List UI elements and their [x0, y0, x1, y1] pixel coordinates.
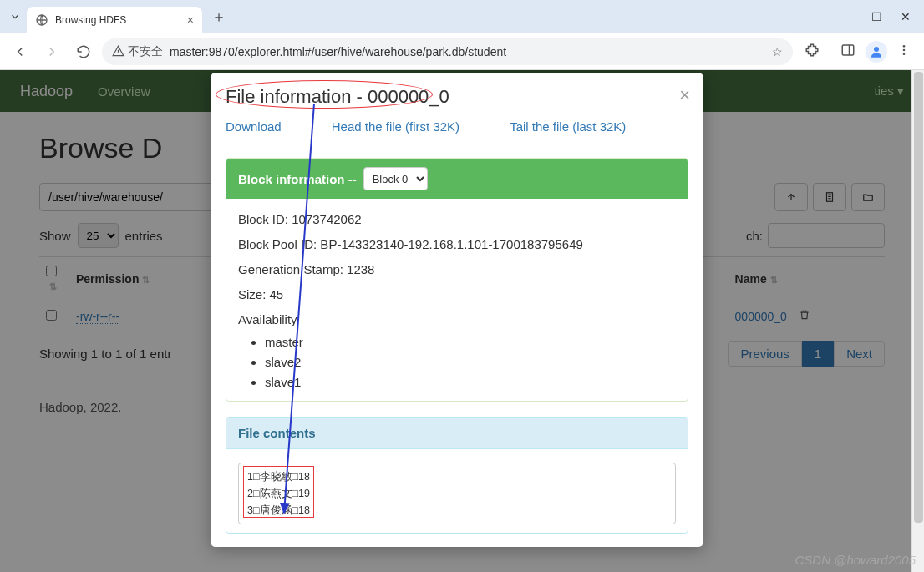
availability-node: slave1	[265, 372, 676, 392]
warning-icon	[112, 45, 124, 58]
reload-button[interactable]	[70, 38, 97, 65]
availability-label: Availability	[238, 307, 676, 332]
tail-file-link[interactable]: Tail the file (last 32K)	[510, 119, 626, 134]
file-contents-textarea[interactable]: 1□李晓敏□18 2□陈燕文□19 3□唐俊涵□18	[238, 463, 676, 524]
page-content: Hadoop Overview ties ▾ Browse D Show 25 …	[0, 70, 924, 572]
block-info-panel: Block information -- Block 0 Block ID: 1…	[226, 158, 688, 402]
globe-icon	[35, 13, 48, 27]
tab-title: Browsing HDFS	[55, 14, 126, 26]
generation-stamp: Generation Stamp: 1238	[238, 257, 676, 282]
block-info-label: Block information --	[238, 172, 357, 186]
block-id: Block ID: 1073742062	[238, 207, 676, 232]
availability-node: slave2	[265, 352, 676, 372]
modal-close-button[interactable]: ×	[679, 84, 690, 106]
head-file-link[interactable]: Head the file (first 32K)	[332, 119, 459, 134]
side-panel-icon[interactable]	[840, 43, 855, 61]
back-button[interactable]	[7, 38, 33, 65]
url-field[interactable]: 不安全 master:9870/explorer.html#/user/hive…	[102, 38, 793, 65]
file-info-modal: File information - 000000_0 × Download H…	[211, 73, 703, 547]
block-select[interactable]: Block 0	[363, 167, 428, 190]
close-window-button[interactable]: ✕	[901, 10, 911, 23]
browser-tabs-bar: Browsing HDFS × ＋ — ☐ ✕	[0, 0, 924, 33]
security-indicator[interactable]: 不安全	[112, 44, 163, 59]
extensions-icon[interactable]	[805, 43, 820, 61]
minimize-button[interactable]: —	[841, 10, 853, 23]
bookmark-icon[interactable]: ☆	[772, 45, 783, 58]
maximize-button[interactable]: ☐	[871, 10, 882, 23]
file-contents-panel: File contents 1□李晓敏□18 2□陈燕文□19 3□唐俊涵□18	[226, 417, 688, 534]
page-scrollbar[interactable]	[911, 70, 924, 572]
download-link[interactable]: Download	[226, 119, 282, 134]
menu-icon[interactable]	[897, 43, 911, 60]
url-bar: 不安全 master:9870/explorer.html#/user/hive…	[0, 33, 924, 70]
close-icon[interactable]: ×	[187, 13, 194, 27]
block-pool-id: Block Pool ID: BP-143323140-192.168.1.10…	[238, 232, 676, 257]
watermark: CSDN @howard2005	[795, 553, 916, 567]
profile-avatar[interactable]	[866, 41, 887, 63]
file-contents-header: File contents	[226, 418, 688, 449]
availability-node: master	[265, 332, 676, 352]
browser-tab[interactable]: Browsing HDFS ×	[27, 7, 202, 33]
modal-title: File information - 000000_0	[226, 86, 688, 108]
svg-rect-1	[842, 45, 854, 55]
url-text: master:9870/explorer.html#/user/hive/war…	[170, 45, 765, 58]
tab-list-dropdown[interactable]	[3, 5, 27, 28]
svg-point-2	[874, 47, 879, 52]
forward-button[interactable]	[38, 38, 65, 65]
window-controls: — ☐ ✕	[841, 10, 921, 23]
block-size: Size: 45	[238, 282, 676, 307]
svg-point-4	[903, 48, 906, 51]
new-tab-button[interactable]: ＋	[207, 5, 231, 28]
svg-point-5	[903, 53, 906, 55]
svg-point-3	[903, 45, 906, 48]
